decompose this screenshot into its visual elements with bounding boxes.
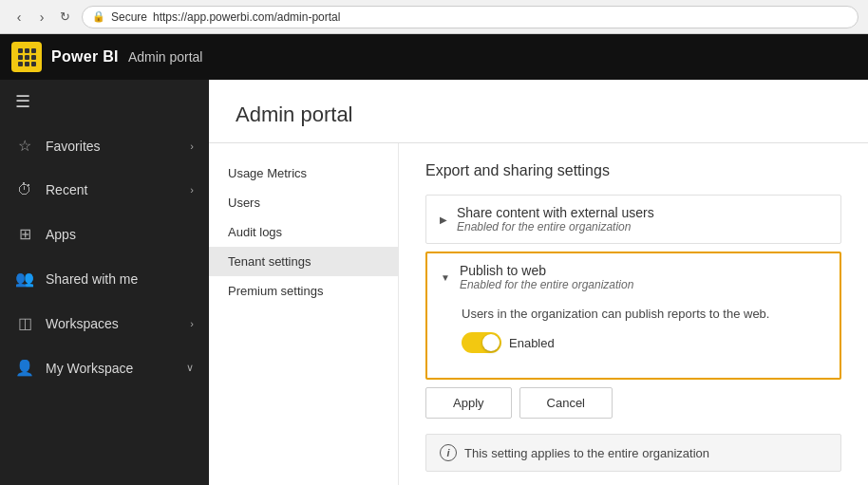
page-header: Admin portal bbox=[209, 80, 868, 143]
nav-item-tenant[interactable]: Tenant settings bbox=[209, 247, 398, 276]
sidebar: ☰ ☆ Favorites › ⏱ Recent › ⊞ Apps 👥 Shar… bbox=[0, 80, 209, 485]
settings-panel: Export and sharing settings ▶ Share cont… bbox=[399, 143, 868, 485]
sidebar-item-label: Workspaces bbox=[46, 316, 179, 331]
chevron-right-icon: ▶ bbox=[440, 215, 447, 225]
sidebar-item-recent[interactable]: ⏱ Recent › bbox=[0, 168, 209, 212]
sidebar-item-label: My Workspace bbox=[46, 361, 175, 376]
sidebar-item-label: Shared with me bbox=[46, 271, 194, 287]
setting-subtitle-publish: Enabled for the entire organization bbox=[460, 278, 826, 291]
back-button[interactable]: ‹ bbox=[9, 8, 28, 27]
cancel-button[interactable]: Cancel bbox=[519, 387, 613, 419]
setting-name-publish: Publish to web bbox=[460, 263, 826, 278]
chevron-down-icon: ▼ bbox=[441, 272, 450, 283]
hamburger-menu[interactable]: ☰ bbox=[0, 80, 209, 123]
info-icon: i bbox=[440, 444, 457, 461]
setting-row-share-external: ▶ Share content with external users Enab… bbox=[425, 195, 841, 244]
setting-description: Users in the organization can publish re… bbox=[462, 307, 826, 321]
address-bar[interactable]: 🔒 Secure https://app.powerbi.com/admin-p… bbox=[82, 6, 859, 28]
reload-button[interactable]: ↻ bbox=[55, 8, 74, 27]
workspaces-icon: ◫ bbox=[15, 314, 34, 332]
sidebar-item-workspaces[interactable]: ◫ Workspaces › bbox=[0, 301, 209, 345]
sidebar-item-favorites[interactable]: ☆ Favorites › bbox=[0, 123, 209, 168]
page-subtitle: Admin portal bbox=[128, 49, 203, 65]
sidebar-item-label: Favorites bbox=[46, 139, 179, 154]
setting-subtitle-share: Enabled for the entire organization bbox=[457, 220, 827, 233]
chevron-icon: › bbox=[190, 318, 194, 329]
sidebar-item-label: Recent bbox=[46, 182, 179, 197]
top-bar: Power BI Admin portal bbox=[0, 34, 868, 80]
info-banner: i This setting applies to the entire org… bbox=[425, 434, 841, 472]
nav-item-premium[interactable]: Premium settings bbox=[209, 276, 398, 306]
nav-item-audit[interactable]: Audit logs bbox=[209, 217, 398, 247]
info-text: This setting applies to the entire organ… bbox=[464, 446, 709, 460]
toggle-container: Enabled bbox=[462, 332, 826, 353]
action-buttons: Apply Cancel bbox=[425, 387, 841, 419]
chevron-icon: › bbox=[190, 184, 194, 196]
browser-chrome: ‹ › ↻ 🔒 Secure https://app.powerbi.com/a… bbox=[0, 0, 868, 34]
setting-header-publish[interactable]: ▼ Publish to web Enabled for the entire … bbox=[427, 253, 840, 301]
favorites-icon: ☆ bbox=[15, 137, 34, 155]
lock-icon: 🔒 bbox=[92, 10, 105, 23]
app-grid-icon[interactable] bbox=[11, 42, 42, 72]
apply-button[interactable]: Apply bbox=[425, 387, 512, 419]
content-area: Usage Metrics Users Audit logs Tenant se… bbox=[209, 143, 868, 485]
toggle-knob bbox=[482, 334, 500, 351]
left-nav: Usage Metrics Users Audit logs Tenant se… bbox=[209, 143, 399, 485]
expand-icon: ∨ bbox=[186, 362, 194, 374]
section-title: Export and sharing settings bbox=[425, 162, 841, 179]
main-content: Admin portal Usage Metrics Users Audit l… bbox=[209, 80, 868, 485]
sidebar-item-shared[interactable]: 👥 Shared with me bbox=[0, 256, 209, 301]
sidebar-item-myworkspace[interactable]: 👤 My Workspace ∨ bbox=[0, 345, 209, 390]
sidebar-item-label: Apps bbox=[46, 227, 194, 242]
nav-item-usage[interactable]: Usage Metrics bbox=[209, 159, 398, 188]
chevron-icon: › bbox=[190, 140, 194, 152]
browser-nav-buttons: ‹ › ↻ bbox=[9, 8, 74, 27]
setting-body-publish: Users in the organization can publish re… bbox=[427, 301, 840, 378]
apps-icon: ⊞ bbox=[15, 225, 34, 243]
toggle-label: Enabled bbox=[509, 336, 555, 350]
enabled-toggle[interactable] bbox=[462, 332, 501, 353]
recent-icon: ⏱ bbox=[15, 181, 34, 198]
url-text: https://app.powerbi.com/admin-portal bbox=[153, 10, 340, 24]
setting-name-share: Share content with external users bbox=[457, 205, 827, 220]
forward-button[interactable]: › bbox=[32, 8, 51, 27]
setting-row-publish-web: ▼ Publish to web Enabled for the entire … bbox=[425, 252, 841, 380]
page-title: Admin portal bbox=[236, 103, 841, 127]
app-container: ☰ ☆ Favorites › ⏱ Recent › ⊞ Apps 👥 Shar… bbox=[0, 80, 868, 485]
myworkspace-icon: 👤 bbox=[15, 359, 34, 377]
nav-item-users[interactable]: Users bbox=[209, 188, 398, 217]
shared-icon: 👥 bbox=[15, 270, 34, 288]
sidebar-item-apps[interactable]: ⊞ Apps bbox=[0, 212, 209, 256]
secure-label: Secure bbox=[111, 10, 147, 24]
setting-header-share-external[interactable]: ▶ Share content with external users Enab… bbox=[426, 196, 840, 243]
app-title: Power BI bbox=[51, 48, 119, 65]
